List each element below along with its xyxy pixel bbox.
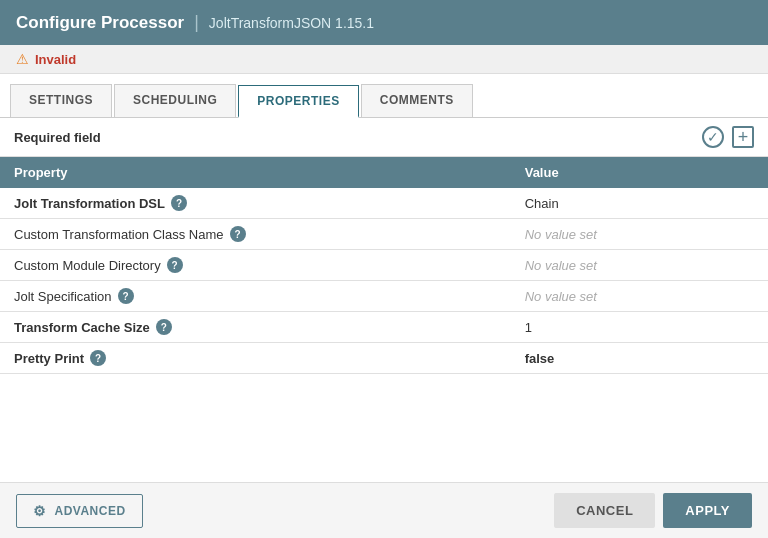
help-icon[interactable]: ?: [171, 195, 187, 211]
property-name-cell: Custom Transformation Class Name?: [0, 219, 511, 249]
required-field-row: Required field ✓ +: [0, 118, 768, 157]
table-header: Property Value: [0, 157, 768, 188]
property-value: No value set: [525, 258, 597, 273]
tab-comments[interactable]: COMMENTS: [361, 84, 473, 117]
required-field-label: Required field: [14, 130, 101, 145]
property-action-cell: [708, 312, 768, 343]
property-name-cell: Transform Cache Size?: [0, 312, 511, 342]
col-property: Property: [0, 157, 511, 188]
help-icon[interactable]: ?: [156, 319, 172, 335]
table-row[interactable]: Custom Transformation Class Name?No valu…: [0, 219, 768, 250]
footer-actions: CANCEL APPLY: [554, 493, 752, 528]
property-value-cell[interactable]: Chain: [511, 188, 708, 219]
property-value-cell[interactable]: false: [511, 343, 708, 374]
tab-bar: SETTINGS SCHEDULING PROPERTIES COMMENTS: [0, 74, 768, 118]
property-action-cell: [708, 250, 768, 281]
dialog-title: Configure Processor: [16, 13, 184, 33]
help-icon[interactable]: ?: [118, 288, 134, 304]
property-action-cell: [708, 219, 768, 250]
property-name: Jolt Specification: [14, 289, 112, 304]
property-name-cell: Pretty Print?: [0, 343, 511, 373]
table-row[interactable]: Custom Module Directory?No value set: [0, 250, 768, 281]
property-action-cell: [708, 343, 768, 374]
table-row[interactable]: Pretty Print?false: [0, 343, 768, 374]
cancel-button[interactable]: CANCEL: [554, 493, 655, 528]
properties-table-wrapper: Property Value Jolt Transformation DSL?C…: [0, 157, 768, 482]
col-action: [708, 157, 768, 188]
tab-settings[interactable]: SETTINGS: [10, 84, 112, 117]
col-value: Value: [511, 157, 708, 188]
tab-properties[interactable]: PROPERTIES: [238, 85, 358, 118]
property-value-cell[interactable]: No value set: [511, 219, 708, 250]
invalid-label: Invalid: [35, 52, 76, 67]
help-icon[interactable]: ?: [230, 226, 246, 242]
property-name: Custom Transformation Class Name: [14, 227, 224, 242]
property-name: Pretty Print: [14, 351, 84, 366]
verify-icon[interactable]: ✓: [702, 126, 724, 148]
toolbar-icons: ✓ +: [702, 126, 754, 148]
gear-icon: ⚙: [33, 503, 47, 519]
table-row[interactable]: Transform Cache Size?1: [0, 312, 768, 343]
property-name-cell: Jolt Transformation DSL?: [0, 188, 511, 218]
property-value: 1: [525, 320, 532, 335]
header-separator: |: [194, 12, 199, 33]
dialog-header: Configure Processor | JoltTransformJSON …: [0, 0, 768, 45]
advanced-label: ADVANCED: [55, 504, 126, 518]
processor-name: JoltTransformJSON 1.15.1: [209, 15, 374, 31]
apply-button[interactable]: APPLY: [663, 493, 752, 528]
validation-bar: ⚠ Invalid: [0, 45, 768, 74]
warning-icon: ⚠: [16, 51, 29, 67]
help-icon[interactable]: ?: [167, 257, 183, 273]
property-name: Custom Module Directory: [14, 258, 161, 273]
property-value-cell[interactable]: No value set: [511, 281, 708, 312]
table-row[interactable]: Jolt Transformation DSL?Chain: [0, 188, 768, 219]
property-value-cell[interactable]: 1: [511, 312, 708, 343]
property-value: Chain: [525, 196, 559, 211]
property-name: Transform Cache Size: [14, 320, 150, 335]
main-content: Required field ✓ + Property Value Jolt T…: [0, 118, 768, 482]
property-name: Jolt Transformation DSL: [14, 196, 165, 211]
tab-scheduling[interactable]: SCHEDULING: [114, 84, 236, 117]
help-icon[interactable]: ?: [90, 350, 106, 366]
property-value-cell[interactable]: No value set: [511, 250, 708, 281]
property-name-cell: Jolt Specification?: [0, 281, 511, 311]
property-name-cell: Custom Module Directory?: [0, 250, 511, 280]
property-value: No value set: [525, 227, 597, 242]
property-action-cell: [708, 188, 768, 219]
table-body: Jolt Transformation DSL?ChainCustom Tran…: [0, 188, 768, 374]
advanced-button[interactable]: ⚙ ADVANCED: [16, 494, 143, 528]
add-property-button[interactable]: +: [732, 126, 754, 148]
table-row[interactable]: Jolt Specification?No value set: [0, 281, 768, 312]
property-action-cell: [708, 281, 768, 312]
dialog-footer: ⚙ ADVANCED CANCEL APPLY: [0, 482, 768, 538]
property-value: false: [525, 351, 555, 366]
property-value: No value set: [525, 289, 597, 304]
properties-table: Property Value Jolt Transformation DSL?C…: [0, 157, 768, 374]
